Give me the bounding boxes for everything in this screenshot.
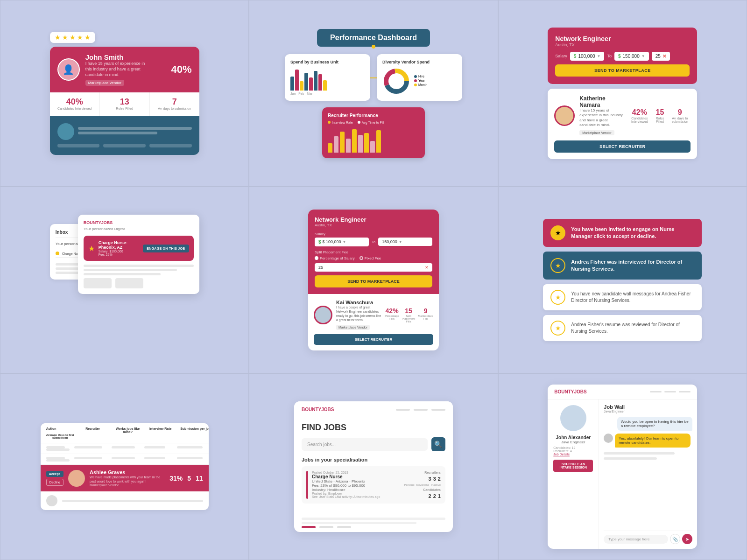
donut-chart-svg: [382, 67, 410, 95]
inbox-front-card: BOUNTYJOBS Your personalized Digest ★ Ch…: [78, 215, 199, 294]
search-button[interactable]: 🔍: [431, 437, 445, 451]
stat-label: Roles Filled: [655, 117, 666, 123]
bar-3: [300, 81, 303, 91]
inbox-digest-subtitle: Your personalized Digest: [84, 227, 194, 231]
recruiter-info: Katherine Namara I have 15 years of expe…: [579, 95, 624, 136]
salary-from-field[interactable]: $ $ 100,000 ▼: [315, 238, 369, 246]
clear-icon[interactable]: ✕: [425, 265, 429, 270]
job-listing-top: Posted October 25, 2019 Charge Nurse Uni…: [306, 471, 441, 499]
table-row: [41, 443, 209, 454]
cell-value: [177, 446, 203, 448]
page-dot: [337, 526, 351, 528]
radio-fixed[interactable]: Fixed Fee: [359, 256, 381, 260]
accept-button[interactable]: Accept: [46, 471, 63, 477]
engage-on-job-button[interactable]: ENGAGE ON THIS JOB: [143, 245, 189, 252]
message-2-row: Yes, absolutely! Our team is open to rem…: [604, 434, 692, 448]
chat-panel: Job Wall Java Engineer Would you be open…: [599, 399, 697, 549]
legend-hire: Hire: [414, 75, 427, 78]
message-text: Yes, absolutely! Our team is open to rem…: [619, 436, 678, 445]
count-3: 1: [438, 493, 441, 499]
bar-chart-2: [328, 127, 419, 153]
diversity-vendor-card: Diversity Vendor Spend Hire: [377, 54, 462, 101]
count-2: 2: [433, 493, 436, 499]
recruiter-card: Katherine Namara I have 15 years of expe…: [548, 89, 697, 160]
notification-text: Andrea Fisher was interviewed for Direct…: [571, 259, 694, 273]
chevron-down-icon: ▼: [343, 240, 346, 244]
recruiter-name: Ashlee Graves: [90, 469, 165, 475]
attachment-icon[interactable]: 📎: [670, 534, 680, 544]
send-to-marketplace-button[interactable]: SEND TO MARKETPLACE: [315, 275, 432, 287]
legend-label: Month: [418, 83, 427, 86]
job-wall-chat-card: BOUNTYJOBS John Alexander Java Engineer …: [548, 385, 697, 549]
salary-to-field[interactable]: 150,000 ▼: [378, 238, 432, 246]
avatar: 👤: [57, 58, 80, 81]
recruiter-badge: Marketplace Vendor: [336, 325, 370, 330]
select-recruiter-button[interactable]: SELECT RECRUITER: [314, 334, 433, 345]
chevron-icon: ▼: [641, 54, 645, 58]
recruiter-avatar: [68, 470, 85, 487]
nav-item: [664, 391, 676, 392]
salary-to-input[interactable]: $ 150,000 ▼: [614, 52, 649, 61]
table-row: [41, 454, 209, 465]
radio-label: Percentage of Salary: [320, 256, 355, 260]
salary-label: Salary: [315, 232, 432, 236]
stat-2: 15 Split Placement Fills: [402, 307, 415, 323]
nav-menu: [396, 409, 445, 411]
star-3: ★: [70, 34, 76, 41]
bar-4: [304, 73, 308, 91]
avatar-placeholder: [46, 495, 57, 506]
table-header: Action Recruiter Works jobs like mine? I…: [41, 423, 209, 443]
page-dot-active: [302, 526, 316, 528]
line: [84, 269, 177, 271]
recruiter-badge: Marketplace Vendor: [90, 483, 165, 487]
inbox-bottom-lines: [84, 265, 194, 288]
fee-input[interactable]: 25 ✕: [652, 52, 670, 61]
card-body: FIND JOBS Search jobs... 🔍 Jobs in your …: [294, 416, 453, 514]
salary-from-input[interactable]: $ 100,000 ▼: [570, 52, 605, 61]
star-outline-icon: ★: [550, 290, 565, 305]
split-label: Split Placement Fee: [315, 250, 432, 254]
recruiter-sublabels: Pending Reviewing Inactive: [404, 483, 441, 486]
message-1: Would you be open to having this hire be…: [617, 417, 693, 431]
inbox-panel: Inbox Your personalized... Charge Nur...…: [50, 215, 199, 345]
recruiter-avatar: [314, 306, 332, 324]
decline-button[interactable]: Decline: [46, 479, 63, 486]
info-lines: [78, 127, 192, 136]
star-outline-icon: ★: [550, 258, 565, 273]
send-to-marketplace-button[interactable]: SEND TO MARKETPLACE: [555, 64, 690, 77]
count-3: 2: [438, 476, 441, 482]
recruiter-name: Katherine Namara: [579, 95, 624, 108]
recruiter-info: Kai Wanschura I have a couple of great N…: [336, 300, 381, 330]
radio-percentage[interactable]: Percentage of Salary: [315, 256, 355, 260]
btn-placeholder-2: [103, 144, 146, 147]
search-input[interactable]: Search jobs...: [302, 438, 428, 451]
cell-8: BOUNTYJOBS FIND JOBS Search jobs... 🔍: [249, 373, 498, 560]
sender-avatar: [604, 434, 613, 443]
user-candidates: Candidates: 12: [553, 446, 593, 449]
user-avatar: [560, 405, 586, 431]
schedule-intake-button[interactable]: SCHEDULE AN INTAKE SESSION: [553, 460, 593, 472]
notification-text: You have new candidate wall messages for…: [571, 291, 694, 304]
stat-2: 15 Roles Filled: [655, 108, 666, 123]
radio-button: [359, 256, 363, 260]
clear-icon[interactable]: ✕: [662, 54, 666, 59]
cell-value: [46, 459, 70, 462]
stat-number: 42%: [628, 108, 650, 117]
vendor-profile-card: 👤 John Smith I have 15 years of experien…: [50, 47, 199, 154]
salary-from-value: $ 100,000: [323, 239, 341, 244]
send-message-button[interactable]: ➤: [682, 534, 692, 544]
legend-row: Interview Rate Avg Time to Fill: [328, 121, 419, 124]
select-recruiter-button[interactable]: SELECT RECRUITER: [554, 140, 691, 153]
bar-6: [358, 135, 363, 153]
stat-label: Candidates Interviewed: [53, 107, 97, 111]
fee-input-field[interactable]: 25 ✕: [315, 263, 432, 272]
stat-1: 31%: [169, 475, 183, 482]
chat-input[interactable]: Type your message here: [604, 535, 668, 544]
form-job-location: Austin, TX: [315, 223, 432, 227]
message-2: Yes, absolutely! Our team is open to rem…: [615, 434, 691, 448]
search-placeholder: Search jobs...: [307, 442, 336, 447]
job-details-link[interactable]: Job Details: [553, 453, 593, 456]
chat-input-row: Type your message here 📎 ➤: [604, 531, 692, 544]
user-panel: John Alexander Java Engineer Candidates:…: [548, 399, 599, 549]
job-industry: Industry: Healthcare: [312, 488, 401, 492]
